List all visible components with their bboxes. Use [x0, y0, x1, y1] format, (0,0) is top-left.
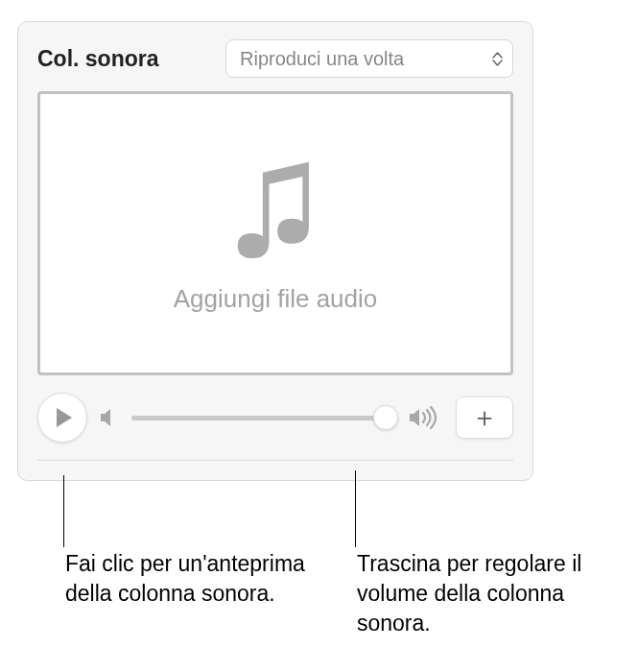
slider-thumb[interactable]: [373, 405, 398, 430]
divider: [37, 460, 513, 461]
plus-icon: ＋: [471, 404, 498, 431]
dropdown-selected-label: Riproduci una volta: [240, 48, 404, 70]
play-button[interactable]: [37, 393, 87, 443]
volume-low-icon: [97, 405, 122, 430]
controls-row: ＋: [37, 393, 513, 443]
add-audio-button[interactable]: ＋: [456, 396, 513, 439]
section-title: Col. sonora: [37, 46, 159, 72]
dropzone-placeholder: Aggiungi file audio: [174, 284, 378, 314]
music-note-icon: [223, 154, 328, 269]
playback-mode-dropdown[interactable]: Riproduci una volta: [225, 39, 513, 78]
callout-line: [63, 475, 64, 547]
chevron-updown-icon: [492, 52, 503, 66]
callout-line: [355, 470, 356, 547]
play-icon: [57, 408, 72, 427]
soundtrack-panel: Col. sonora Riproduci una volta Aggiungi…: [17, 21, 533, 481]
slider-rail: [131, 416, 398, 420]
volume-slider[interactable]: [131, 406, 398, 429]
audio-dropzone[interactable]: Aggiungi file audio: [37, 91, 513, 375]
volume-high-icon: [408, 405, 440, 430]
callout-volume-text: Trascina per regolare il volume della co…: [357, 549, 635, 638]
header-row: Col. sonora Riproduci una volta: [37, 39, 513, 78]
callout-play-text: Fai clic per un'anteprima della colonna …: [65, 549, 310, 609]
